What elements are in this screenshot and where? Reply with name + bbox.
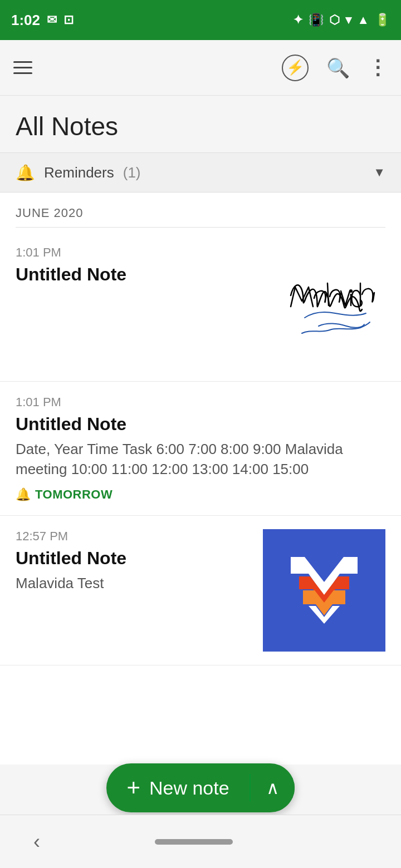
note-2-reminder-label: TOMORROW: [35, 487, 113, 502]
more-options-button[interactable]: ⋮: [368, 56, 388, 80]
note-3-title: Untitled Note: [16, 548, 254, 569]
reminders-label: Reminders: [44, 164, 114, 181]
signal-icon: ▲: [357, 13, 369, 27]
toolbar-left: [13, 61, 32, 74]
note-1-time: 1:01 PM: [16, 245, 265, 260]
note-item-1[interactable]: 1:01 PM Untitled Note: [0, 232, 401, 382]
battery-icon: 🔋: [375, 13, 390, 27]
note-3-time: 12:57 PM: [16, 529, 254, 544]
note-1-thumbnail: [274, 245, 385, 368]
note-1-title: Untitled Note: [16, 264, 265, 285]
month-label: JUNE 2020: [16, 206, 385, 220]
status-bar: 1:02 ✉ ⊡ ✦ 📳 ⬡ ▾ ▲ 🔋: [0, 0, 401, 40]
status-right: ✦ 📳 ⬡ ▾ ▲ 🔋: [293, 13, 390, 27]
reminders-banner[interactable]: 🔔 Reminders (1) ▼: [0, 152, 401, 193]
new-note-button[interactable]: + New note ∧: [106, 763, 294, 812]
bluetooth-icon: ✦: [293, 13, 303, 27]
nav-bar: ‹: [0, 815, 401, 868]
page-title: All Notes: [16, 111, 385, 141]
chevron-up-icon: ∧: [266, 777, 279, 798]
reminder-bell-banner-icon: 🔔: [16, 164, 35, 182]
month-header: JUNE 2020: [0, 193, 401, 232]
content-area: JUNE 2020 1:01 PM Untitled Note: [0, 193, 401, 765]
page-title-area: All Notes: [0, 96, 401, 152]
toolbar: ⚡ 🔍 ⋮: [0, 40, 401, 96]
status-time: 1:02: [11, 12, 40, 29]
note-item-3-left: 12:57 PM Untitled Note Malavida Test: [16, 529, 263, 593]
status-left: 1:02 ✉ ⊡: [11, 12, 74, 29]
note-3-thumbnail: [263, 529, 385, 652]
wifi-icon: ▾: [345, 13, 351, 27]
reminders-left: 🔔 Reminders (1): [16, 164, 141, 182]
fab-chevron-button[interactable]: ∧: [251, 777, 295, 798]
fab-container: + New note ∧: [0, 763, 401, 812]
screenshot-icon: ⊡: [63, 13, 74, 27]
search-button[interactable]: 🔍: [326, 57, 350, 79]
data-icon: ⬡: [329, 13, 340, 27]
svg-point-0: [349, 289, 353, 293]
fab-main: + New note: [106, 775, 249, 801]
toolbar-right: ⚡ 🔍 ⋮: [282, 55, 388, 81]
note-2-preview: Date, Year Time Task 6:00 7:00 8:00 9:00…: [16, 439, 376, 480]
quick-action-button[interactable]: ⚡: [282, 55, 309, 81]
back-button[interactable]: ‹: [33, 830, 40, 854]
note-2-time: 1:01 PM: [16, 395, 376, 410]
vibrate-icon: 📳: [309, 13, 324, 27]
fab-label: New note: [149, 777, 229, 799]
note-item-2[interactable]: 1:01 PM Untitled Note Date, Year Time Ta…: [0, 382, 401, 516]
fab-plus-icon: +: [126, 775, 140, 801]
note-item-1-left: 1:01 PM Untitled Note: [16, 245, 274, 289]
menu-button[interactable]: [13, 61, 32, 74]
nav-pill: [155, 839, 233, 845]
note-2-title: Untitled Note: [16, 414, 376, 435]
note-3-preview: Malavida Test: [16, 573, 254, 593]
note-2-bell-icon: 🔔: [16, 487, 31, 502]
bolt-icon: ⚡: [286, 59, 304, 76]
note-item-2-left: 1:01 PM Untitled Note Date, Year Time Ta…: [16, 395, 385, 502]
note-2-reminder-badge: 🔔 TOMORROW: [16, 487, 376, 502]
reminders-dropdown-icon[interactable]: ▼: [373, 165, 385, 180]
reminders-count: (1): [123, 164, 141, 181]
gmail-icon: ✉: [47, 13, 57, 27]
note-item-3[interactable]: 12:57 PM Untitled Note Malavida Test: [0, 516, 401, 665]
month-divider: [16, 227, 385, 228]
